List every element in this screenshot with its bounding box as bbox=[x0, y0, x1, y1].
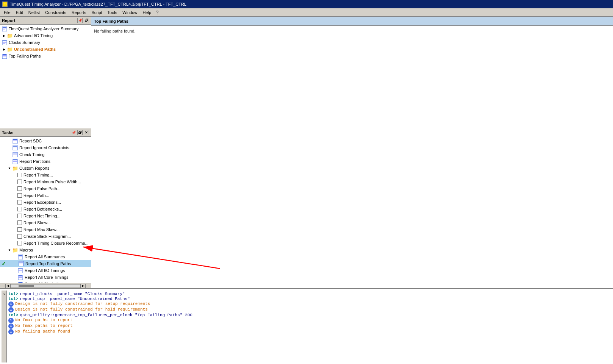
task-custom-reports[interactable]: ▼ 📁 Custom Reports bbox=[0, 165, 91, 172]
report-pin-icon[interactable]: 📌 bbox=[77, 18, 83, 23]
svg-rect-25 bbox=[13, 154, 17, 154]
report-partitions-label: Report Partitions bbox=[19, 159, 50, 164]
svg-rect-22 bbox=[13, 148, 17, 148]
menu-tools[interactable]: Tools bbox=[105, 9, 120, 16]
svg-rect-32 bbox=[19, 255, 22, 256]
task-macros[interactable]: ▼ 📁 Macros bbox=[0, 247, 91, 253]
console-container: × tcl> report_clocks -panel_name "Clocks… bbox=[2, 291, 611, 362]
create-slack-hist-checkbox-icon bbox=[17, 234, 22, 239]
menu-edit[interactable]: Edit bbox=[14, 9, 25, 16]
task-report-core-timings[interactable]: Report All Core Timings bbox=[0, 274, 91, 281]
task-report-path[interactable]: Report Path... bbox=[0, 192, 91, 199]
console-tcl-prefix-1: tcl> bbox=[8, 292, 18, 296]
task-report-timing[interactable]: Report Timing... bbox=[0, 172, 91, 178]
check-timing-icon bbox=[12, 152, 18, 157]
tree-item-adv-io[interactable]: ▶ 📁 Advanced I/O Timing bbox=[0, 32, 91, 39]
menu-constraints[interactable]: Constraints bbox=[43, 9, 69, 16]
content-header: Top Failing Paths bbox=[91, 17, 613, 26]
console-text-6: No fmax paths to report bbox=[15, 318, 73, 322]
console-panel[interactable]: × tcl> report_clocks -panel_name "Clocks… bbox=[0, 288, 613, 364]
report-min-pulse-checkbox-icon bbox=[17, 180, 22, 184]
svg-rect-16 bbox=[13, 139, 17, 140]
task-report-exceptions[interactable]: Report Exceptions... bbox=[0, 199, 91, 206]
tasks-pin-icon[interactable]: 📌 bbox=[71, 130, 76, 135]
tasks-header: Tasks 📌 🗗 ✕ bbox=[0, 128, 91, 137]
report-skew-checkbox-icon bbox=[17, 220, 22, 225]
task-report-sdc[interactable]: Report SDC bbox=[0, 137, 91, 144]
task-report-partitions[interactable]: Report Partitions bbox=[0, 158, 91, 165]
macros-arrow[interactable]: ▼ bbox=[7, 247, 12, 253]
adv-io-icon: 📁 bbox=[7, 33, 13, 38]
report-false-path-checkbox-icon bbox=[17, 186, 22, 191]
macros-icon: 📁 bbox=[12, 247, 18, 253]
menu-script[interactable]: Script bbox=[89, 9, 104, 16]
tree-item-top-failing[interactable]: Top Failing Paths bbox=[0, 53, 91, 59]
report-restore-icon[interactable]: 🗗 bbox=[84, 18, 89, 23]
task-check-timing[interactable]: Check Timing bbox=[0, 151, 91, 158]
task-report-all-io[interactable]: Report All I/O Timings bbox=[0, 267, 91, 274]
svg-rect-17 bbox=[13, 140, 17, 141]
tasks-horizontal-scrollbar[interactable]: ◀ ▶ bbox=[0, 283, 91, 288]
svg-rect-46 bbox=[19, 277, 22, 278]
unconstrained-label: Unconstrained Paths bbox=[14, 47, 56, 52]
horiz-scroll-left[interactable]: ◀ bbox=[5, 284, 11, 288]
menu-help[interactable]: Help bbox=[140, 9, 153, 16]
report-partitions-icon bbox=[12, 159, 18, 164]
menu-window[interactable]: Window bbox=[120, 9, 139, 16]
svg-rect-12 bbox=[3, 55, 6, 56]
macros-label: Macros bbox=[19, 248, 33, 252]
task-report-skew[interactable]: Report Skew... bbox=[0, 219, 91, 226]
report-section: Report 📌 🗗 bbox=[0, 17, 91, 128]
console-tcl-prefix-2: tcl> bbox=[8, 297, 18, 301]
console-text-7: No fmax paths to report bbox=[15, 323, 73, 328]
task-report-top-failing[interactable]: ✓ Report Top Failing Paths bbox=[0, 260, 91, 267]
top-failing-label: Top Failing Paths bbox=[9, 54, 41, 58]
report-timing-closure-label: Report Timing Closure Recomme... bbox=[23, 241, 89, 245]
tasks-tree[interactable]: Report SDC Report Ignored Constraints bbox=[0, 137, 91, 283]
task-report-all-summaries[interactable]: Report All Summaries bbox=[0, 253, 91, 260]
console-tab-icon[interactable]: × bbox=[2, 292, 6, 296]
unconstrained-arrow[interactable]: ▶ bbox=[2, 47, 7, 52]
horiz-scroll-track[interactable] bbox=[11, 284, 80, 287]
task-report-timing-closure[interactable]: Report Timing Closure Recomme... bbox=[0, 240, 91, 247]
tree-item-clocks-summary[interactable]: Clocks Summary bbox=[0, 39, 91, 46]
tasks-close-icon[interactable]: ✕ bbox=[84, 130, 89, 135]
svg-rect-45 bbox=[19, 277, 22, 277]
report-ignored-label: Report Ignored Constraints bbox=[19, 145, 69, 150]
unconstrained-icon: 📁 bbox=[7, 47, 13, 52]
tasks-restore-icon[interactable]: 🗗 bbox=[77, 130, 83, 135]
task-report-max-skew[interactable]: Report Max Skew... bbox=[0, 226, 91, 233]
report-sdc-icon bbox=[12, 138, 18, 144]
adv-io-arrow[interactable]: ▶ bbox=[2, 33, 7, 38]
menu-netlist[interactable]: Netlist bbox=[26, 9, 42, 16]
console-side-tabs: × bbox=[2, 291, 7, 362]
console-info-icon-6: i bbox=[8, 318, 14, 323]
task-report-bottlenecks[interactable]: Report Bottlenecks... bbox=[0, 206, 91, 212]
report-header: Report 📌 🗗 bbox=[0, 17, 91, 25]
console-output[interactable]: tcl> report_clocks -panel_name "Clocks S… bbox=[7, 291, 611, 362]
report-sdc-label: Report SDC bbox=[19, 139, 42, 143]
menu-file[interactable]: File bbox=[2, 9, 13, 16]
svg-rect-9 bbox=[3, 43, 5, 44]
report-max-skew-label: Report Max Skew... bbox=[23, 227, 59, 232]
task-report-min-pulse[interactable]: Report Minimum Pulse Width... bbox=[0, 178, 91, 185]
tree-item-tq-summary[interactable]: TimeQuest Timing Analyzer Summary bbox=[0, 25, 91, 32]
report-bottlenecks-checkbox-icon bbox=[17, 207, 22, 211]
custom-reports-arrow[interactable]: ▼ bbox=[7, 166, 12, 171]
horiz-scroll-thumb[interactable] bbox=[19, 285, 34, 287]
task-report-false-path[interactable]: Report False Path... bbox=[0, 185, 91, 192]
report-ignored-icon bbox=[12, 145, 18, 150]
task-create-slack-hist[interactable]: Create Slack Histogram... bbox=[0, 233, 91, 240]
menu-reports[interactable]: Reports bbox=[69, 9, 89, 16]
task-report-net-timing[interactable]: Report Net Timing... bbox=[0, 212, 91, 219]
task-report-ignored[interactable]: Report Ignored Constraints bbox=[0, 144, 91, 151]
console-tcl-prefix-5: tcl> bbox=[8, 313, 18, 317]
svg-rect-14 bbox=[3, 57, 5, 57]
svg-rect-4 bbox=[3, 30, 5, 30]
report-header-icons: 📌 🗗 bbox=[77, 18, 89, 23]
tree-item-unconstrained[interactable]: ▶ 📁 Unconstrained Paths bbox=[0, 46, 91, 53]
help-icon: ? bbox=[156, 9, 159, 16]
console-line-4: i Design is not fully constrained for ho… bbox=[8, 307, 610, 312]
report-tree[interactable]: TimeQuest Timing Analyzer Summary ▶ 📁 Ad… bbox=[0, 25, 91, 134]
horiz-scroll-right[interactable]: ▶ bbox=[80, 284, 86, 288]
